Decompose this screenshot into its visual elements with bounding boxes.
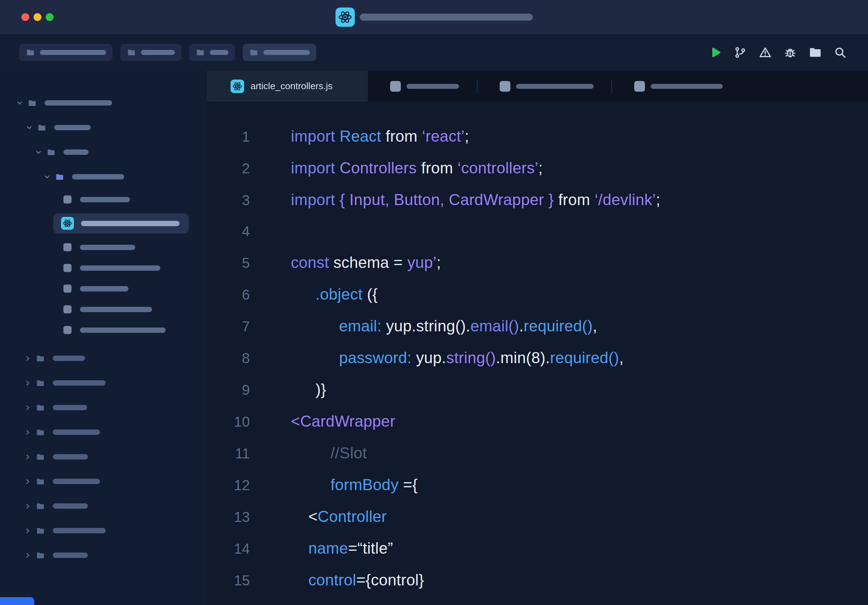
- tab-placeholder[interactable]: [612, 71, 741, 102]
- collapsed-folder-row[interactable]: [0, 395, 207, 420]
- tree-file-row[interactable]: [0, 320, 207, 340]
- file-icon: [500, 81, 510, 92]
- code-line[interactable]: 14name=“title”: [207, 532, 868, 564]
- tree-folder-row[interactable]: [0, 91, 207, 115]
- breadcrumb-pill[interactable]: [120, 44, 181, 61]
- collapsed-folder-row[interactable]: [0, 518, 207, 543]
- chevron-right-icon: [24, 453, 31, 461]
- run-button[interactable]: [707, 45, 723, 60]
- code-token: ,: [593, 317, 597, 334]
- placeholder-bar: [406, 84, 459, 89]
- chevron-right-icon: [24, 379, 31, 387]
- chevron-right-icon: [24, 355, 31, 362]
- chevron-right-icon: [24, 503, 31, 510]
- tab-article-controllers[interactable]: article_controllers.js: [207, 71, 368, 102]
- chevron-down-icon: [35, 149, 42, 156]
- code-token: email(): [470, 317, 519, 334]
- breadcrumb-pill[interactable]: [243, 44, 316, 61]
- code-editor[interactable]: 1import React from ‘react’;2import Contr…: [207, 102, 868, 605]
- tree-file-row[interactable]: [0, 299, 207, 320]
- line-number: 5: [207, 248, 250, 279]
- code-line[interactable]: 12formBody ={: [207, 469, 868, 501]
- titlebar-center: [335, 8, 533, 27]
- placeholder-bar: [53, 503, 88, 509]
- explorer-button[interactable]: [808, 45, 823, 60]
- collapsed-folder-row[interactable]: [0, 420, 207, 444]
- placeholder-bar: [81, 221, 180, 226]
- code-text: name=“title”: [308, 532, 393, 563]
- collapsed-folder-row[interactable]: [0, 494, 207, 518]
- chevron-right-icon: [24, 404, 31, 411]
- tree-folder-row[interactable]: [0, 115, 207, 140]
- inactive-tabs: [368, 71, 741, 102]
- code-token: .: [519, 317, 524, 334]
- code-line[interactable]: 2import Controllers from ‘controllers’;: [207, 152, 868, 184]
- folder-icon: [28, 99, 37, 108]
- code-line[interactable]: 6.object ({: [207, 279, 868, 310]
- collapsed-folder-row[interactable]: [0, 371, 207, 395]
- code-token: ;: [656, 191, 660, 208]
- source-control-button[interactable]: [732, 45, 748, 60]
- placeholder-bar: [53, 405, 87, 410]
- code-line[interactable]: 5const schema = yup’;: [207, 247, 868, 279]
- breadcrumb-pill[interactable]: [19, 44, 112, 61]
- chevron-down-icon: [26, 124, 33, 131]
- folder-icon: [46, 148, 56, 157]
- editor-column: article_controllers.js 1import React fro…: [207, 71, 868, 605]
- collapsed-folder-row[interactable]: [0, 469, 207, 494]
- sidebar-scroll-indicator: [0, 597, 34, 605]
- tab-placeholder[interactable]: [368, 71, 477, 102]
- code-token: formBody: [330, 476, 399, 494]
- folder-icon: [26, 48, 35, 57]
- file-icon: [63, 195, 72, 204]
- breadcrumb-pills: [19, 44, 316, 61]
- tree-file-row[interactable]: [0, 189, 207, 210]
- file-icon: [63, 284, 72, 293]
- tab-placeholder[interactable]: [477, 71, 611, 102]
- chevron-right-icon: [24, 429, 31, 436]
- code-token: password:: [339, 349, 412, 366]
- collapsed-folder-row[interactable]: [0, 444, 207, 469]
- placeholder-bar: [53, 479, 100, 484]
- code-token: from: [417, 159, 457, 176]
- tree-file-row[interactable]: [0, 278, 207, 299]
- tree-file-row-active[interactable]: [0, 210, 207, 237]
- zoom-button[interactable]: [46, 13, 54, 21]
- breadcrumb-pill[interactable]: [189, 44, 235, 61]
- tab-label: article_controllers.js: [251, 80, 333, 92]
- code-line[interactable]: 15control={control}: [207, 564, 868, 596]
- code-token: ‘react’: [422, 127, 464, 145]
- collapsed-folder-row[interactable]: [0, 346, 207, 371]
- close-button[interactable]: [22, 13, 29, 21]
- warnings-button[interactable]: [757, 45, 773, 60]
- code-line[interactable]: 10<CardWrapper: [207, 405, 868, 437]
- line-number: 8: [207, 343, 250, 374]
- placeholder-bar: [72, 174, 124, 179]
- code-line[interactable]: 3import { Input, Button, CardWrapper } f…: [207, 184, 868, 216]
- folder-icon: [36, 379, 45, 388]
- placeholder-bar: [80, 245, 135, 250]
- code-line[interactable]: 8password: yup.string().min(8).required(…: [207, 342, 868, 374]
- chevron-down-icon: [16, 99, 23, 107]
- search-button[interactable]: [832, 45, 848, 60]
- collapsed-folder-row[interactable]: [0, 543, 207, 568]
- placeholder-bar: [80, 307, 152, 312]
- tree-folder-row[interactable]: [0, 140, 207, 164]
- file-explorer-sidebar: [0, 71, 207, 605]
- code-line[interactable]: 11//Slot: [207, 437, 868, 469]
- code-line[interactable]: 7email: yup.string().email().required(),: [207, 310, 868, 342]
- code-line[interactable]: 9)}: [207, 374, 868, 405]
- tree-file-row[interactable]: [0, 258, 207, 278]
- tree-folder-row[interactable]: [0, 164, 207, 189]
- tree-file-row[interactable]: [0, 237, 207, 258]
- folder-icon: [36, 477, 45, 486]
- code-line[interactable]: 13<Controller: [207, 501, 868, 532]
- code-line[interactable]: 1import React from ‘react’;: [207, 121, 868, 152]
- code-token: =“title”: [348, 539, 393, 557]
- debug-button[interactable]: [782, 45, 798, 60]
- line-number: 7: [207, 311, 250, 342]
- folder-icon: [55, 172, 64, 181]
- code-line[interactable]: 4: [207, 216, 868, 247]
- minimize-button[interactable]: [34, 13, 42, 21]
- chevron-right-icon: [24, 478, 31, 485]
